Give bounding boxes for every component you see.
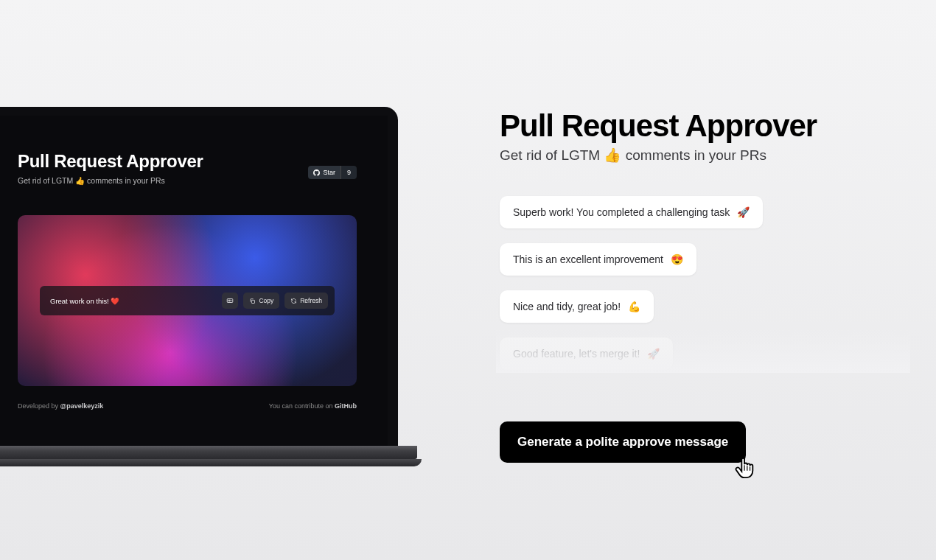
- generate-button[interactable]: Generate a polite approve message: [500, 421, 746, 463]
- cta-wrap: Generate a polite approve message: [500, 421, 746, 463]
- author-link[interactable]: @pavelkeyzik: [60, 402, 104, 410]
- svg-rect-1: [252, 300, 255, 303]
- app-title: Pull Request Approver: [18, 151, 357, 172]
- laptop-mockup: Pull Request Approver Get rid of LGTM 👍 …: [0, 107, 398, 468]
- page-subtitle: Get rid of LGTM 👍 comments in your PRs: [500, 147, 907, 164]
- laptop-base: [0, 446, 398, 468]
- github-icon: [313, 169, 320, 176]
- flex-icon: 💪: [628, 301, 640, 312]
- message-bar: Great work on this! ❤️ Copy Refresh: [40, 286, 335, 315]
- app-subtitle: Get rid of LGTM 👍 comments in your PRs: [18, 176, 357, 186]
- github-star-button[interactable]: Star 9: [308, 166, 357, 179]
- star-button-left: Star: [308, 166, 340, 179]
- rocket-icon: 🚀: [737, 206, 750, 218]
- example-message: This is an excellent improvement 😍: [500, 243, 696, 276]
- developed-by: Developed by @pavelkeyzik: [18, 402, 103, 410]
- example-text: Superb work! You completed a challenging…: [513, 206, 730, 218]
- refresh-icon: [290, 298, 297, 304]
- generated-message: Great work on this! ❤️: [50, 297, 217, 305]
- refresh-button[interactable]: Refresh: [284, 293, 328, 309]
- example-messages: Superb work! You completed a challenging…: [500, 196, 907, 370]
- app-screenshot: Pull Request Approver Get rid of LGTM 👍 …: [0, 116, 388, 446]
- star-count: 9: [340, 166, 357, 179]
- page-title: Pull Request Approver: [500, 108, 907, 144]
- marketing-section: Pull Request Approver Get rid of LGTM 👍 …: [500, 108, 907, 463]
- github-link[interactable]: GitHub: [335, 402, 357, 410]
- example-message: Good feature, let's merge it! 🚀: [500, 337, 673, 370]
- copy-button[interactable]: Copy: [243, 293, 279, 309]
- cursor-hand-icon: [734, 455, 756, 480]
- example-text: This is an excellent improvement: [513, 253, 663, 265]
- example-text: Nice and tidy, great job!: [513, 301, 621, 312]
- contribute: You can contribute on GitHub: [269, 402, 357, 410]
- example-message: Nice and tidy, great job! 💪: [500, 290, 654, 323]
- markdown-icon: [226, 297, 234, 304]
- example-text: Good feature, let's merge it!: [513, 348, 640, 360]
- markdown-button[interactable]: [222, 293, 238, 309]
- copy-label: Copy: [259, 297, 273, 304]
- heart-eyes-icon: 😍: [671, 253, 683, 265]
- rocket-icon: 🚀: [647, 348, 660, 360]
- laptop-screen: Pull Request Approver Get rid of LGTM 👍 …: [0, 107, 398, 446]
- gradient-card: Great work on this! ❤️ Copy Refresh: [18, 215, 357, 386]
- credits: Developed by @pavelkeyzik You can contri…: [18, 402, 357, 410]
- example-message: Superb work! You completed a challenging…: [500, 196, 763, 228]
- star-label: Star: [323, 169, 335, 176]
- copy-icon: [249, 298, 256, 304]
- refresh-label: Refresh: [300, 297, 322, 304]
- thumbs-up-icon: 👍: [604, 147, 621, 163]
